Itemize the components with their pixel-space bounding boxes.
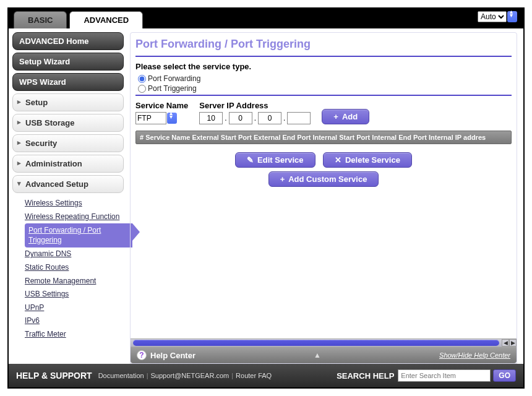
footer-title: HELP & SUPPORT (16, 371, 92, 381)
sidebar-advanced-setup-sublist: Wireless Settings Wireless Repeating Fun… (12, 196, 124, 343)
forwarding-table-header: # Service Name External Start Port Exter… (135, 131, 512, 144)
ip-octet-3[interactable] (258, 112, 281, 124)
radio-port-triggering-input[interactable] (138, 85, 146, 93)
server-ip-label: Server IP Address (199, 101, 311, 110)
ip-octet-2[interactable] (229, 112, 252, 124)
footer-link-router-faq[interactable]: Router FAQ (233, 372, 274, 379)
sidebar-group-advanced-setup[interactable]: Advanced Setup (12, 175, 124, 193)
language-dropdown[interactable]: Auto (478, 11, 507, 22)
help-center-label: Help Center (150, 351, 195, 360)
sidebar-group-setup[interactable]: Setup (12, 93, 124, 111)
scrollbar-thumb[interactable] (133, 340, 499, 346)
radio-port-forwarding[interactable]: Port Forwarding (135, 74, 512, 84)
dropdown-arrows-icon (507, 11, 517, 22)
tab-advanced[interactable]: ADVANCED (69, 11, 143, 28)
delete-service-label: Delete Service (345, 155, 400, 165)
search-go-button[interactable]: GO (493, 369, 516, 382)
chevron-up-icon[interactable]: ▲ (314, 351, 321, 359)
divider (135, 56, 512, 57)
dropdown-arrows-icon (167, 113, 177, 124)
footer-bar: HELP & SUPPORT Documentation | Support@N… (9, 364, 523, 387)
sidebar-item-traffic-meter[interactable]: Traffic Meter (25, 328, 124, 342)
sidebar-wps-wizard[interactable]: WPS Wizard (12, 73, 124, 91)
radio-port-triggering-label: Port Triggering (148, 84, 197, 93)
add-custom-service-label: Add Custom Service (288, 174, 367, 184)
service-name-select[interactable]: FTP (135, 112, 166, 124)
service-name-label: Service Name (135, 101, 188, 110)
delete-service-button[interactable]: ✕ Delete Service (323, 152, 412, 168)
divider (135, 95, 512, 96)
sidebar-setup-wizard[interactable]: Setup Wizard (12, 53, 124, 71)
radio-port-forwarding-input[interactable] (138, 75, 146, 83)
sidebar-item-wireless-settings[interactable]: Wireless Settings (25, 197, 124, 210)
add-button-label: Add (342, 112, 358, 121)
sidebar-item-usb-settings[interactable]: USB Settings (25, 288, 124, 301)
sidebar-item-upnp[interactable]: UPnP (25, 301, 124, 315)
sidebar-advanced-home[interactable]: ADVANCED Home (12, 32, 124, 50)
sidebar-item-dynamic-dns[interactable]: Dynamic DNS (25, 248, 124, 261)
language-select[interactable]: Auto (478, 11, 517, 22)
footer-link-documentation[interactable]: Documentation (96, 372, 147, 379)
sidebar-group-administration[interactable]: Administration (12, 155, 124, 173)
scroll-right-icon[interactable]: ▶ (509, 339, 517, 346)
footer-link-support-email[interactable]: Support@NETGEAR.com (148, 372, 232, 379)
radio-port-forwarding-label: Port Forwarding (148, 74, 200, 83)
edit-service-label: Edit Service (257, 155, 303, 165)
x-icon: ✕ (335, 155, 341, 165)
plus-icon: + (280, 174, 285, 184)
help-toggle-link[interactable]: Show/Hide Help Center (439, 351, 510, 359)
sidebar-group-usb-storage[interactable]: USB Storage (12, 114, 124, 132)
sidebar-item-remote-management[interactable]: Remote Management (25, 275, 124, 288)
plus-icon: + (333, 112, 338, 121)
sidebar-item-wireless-repeating[interactable]: Wireless Repeating Function (25, 210, 124, 224)
page-title: Port Forwarding / Port Triggering (135, 37, 512, 54)
sidebar-item-static-routes[interactable]: Static Routes (25, 261, 124, 275)
search-help-label: SEARCH HELP (337, 371, 394, 381)
service-type-label: Please select the service type. (135, 62, 512, 71)
radio-port-triggering[interactable]: Port Triggering (135, 84, 512, 93)
help-icon: ? (137, 350, 147, 360)
ip-octet-1[interactable] (199, 112, 223, 124)
add-button[interactable]: + Add (322, 109, 369, 124)
horizontal-scrollbar[interactable]: ◀ ▶ (131, 338, 517, 347)
top-tab-bar: BASIC ADVANCED Auto (9, 9, 523, 28)
sidebar-group-security[interactable]: Security (12, 134, 124, 152)
edit-service-button[interactable]: ✎ Edit Service (235, 152, 315, 168)
sidebar: ADVANCED Home Setup Wizard WPS Wizard Se… (9, 28, 127, 364)
server-ip-inputs: . . . (199, 112, 311, 124)
add-custom-service-button[interactable]: + Add Custom Service (268, 171, 379, 187)
pencil-icon: ✎ (247, 155, 254, 165)
tab-basic[interactable]: BASIC (14, 11, 67, 28)
search-help-input[interactable] (398, 369, 491, 382)
help-center-bar[interactable]: ? Help Center ▲ Show/Hide Help Center (131, 347, 517, 363)
sidebar-item-ipv6[interactable]: IPv6 (25, 314, 124, 328)
sidebar-item-port-forwarding[interactable]: Port Forwarding / Port Triggering (25, 223, 132, 248)
ip-octet-4[interactable] (287, 112, 311, 124)
scroll-left-icon[interactable]: ◀ (502, 339, 509, 346)
